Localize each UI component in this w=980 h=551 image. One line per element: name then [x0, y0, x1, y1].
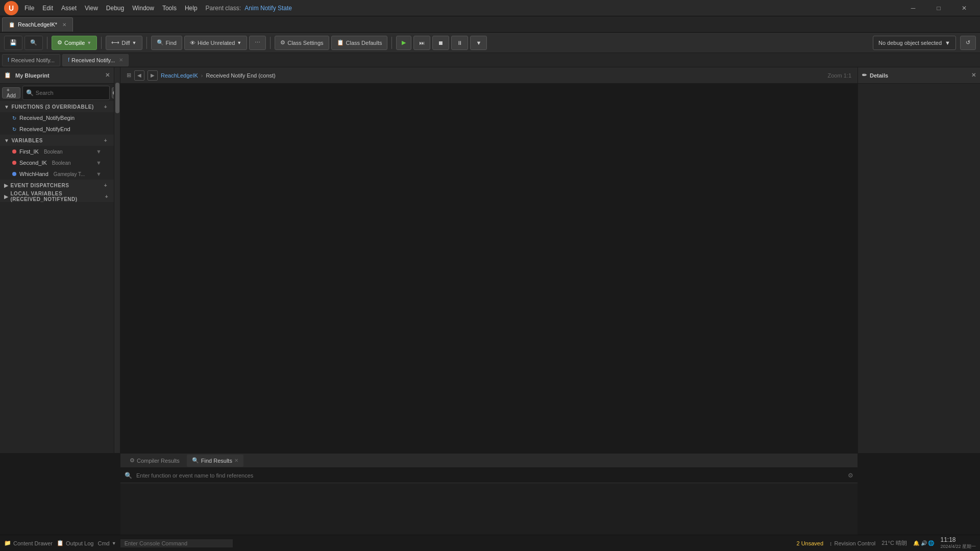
add-button[interactable]: + Add	[2, 87, 20, 98]
find-references-input[interactable]	[136, 472, 844, 479]
function-tab-received-notify-begin[interactable]: f Received Notify...	[2, 54, 60, 66]
class-defaults-button[interactable]: 📋 Class Defaults	[331, 36, 388, 50]
zoom-level: Zoom 1:1	[828, 72, 851, 79]
output-log-button[interactable]: 📋 Output Log	[57, 540, 93, 546]
find-bar-search-icon: 🔍	[125, 472, 132, 479]
menu-tools[interactable]: Tools	[162, 5, 177, 12]
add-dispatcher-button[interactable]: +	[102, 181, 110, 189]
notify-end-close-icon[interactable]: ✕	[119, 57, 123, 63]
function-tabbar: f Received Notify... f Received Notify..…	[0, 53, 980, 67]
stop-button[interactable]: ⏹	[432, 36, 449, 50]
my-blueprint-header: 📋 My Blueprint ✕	[0, 67, 114, 84]
navigate-back-button[interactable]: ◀	[134, 70, 144, 81]
second-ik-name: Second_IK	[19, 160, 47, 166]
find-results-label: Find Results	[201, 458, 232, 464]
find-results-close-icon[interactable]: ✕	[234, 458, 238, 463]
toolbar-separator-4	[270, 37, 271, 49]
my-blueprint-close-icon[interactable]: ✕	[105, 72, 110, 79]
function-received-notify-begin[interactable]: ↻ Received_NotifyBegin	[0, 112, 114, 123]
first-ik-name: First_IK	[19, 148, 39, 155]
diff-arrow: ▼	[132, 40, 137, 45]
find-settings-icon[interactable]: ⚙	[848, 472, 853, 479]
find-button[interactable]: 🔍 Find	[151, 36, 182, 50]
more-play-options-button[interactable]: ▼	[470, 36, 487, 50]
grid-icon: ⊞	[127, 72, 131, 79]
debug-refresh-button[interactable]: ↺	[960, 36, 976, 50]
revision-icon: ↕	[829, 540, 832, 546]
variable-first-ik[interactable]: First_IK Boolean ▼	[0, 146, 114, 157]
function-icon-begin: ↻	[12, 115, 16, 121]
notify-end-icon: f	[68, 57, 69, 63]
add-search-bar: + Add 🔍 ⚙	[0, 84, 114, 101]
search-input[interactable]	[36, 90, 106, 96]
minimize-button[interactable]: ─	[901, 0, 925, 16]
menu-help[interactable]: Help	[185, 5, 198, 12]
save-button[interactable]: 💾	[4, 36, 22, 50]
local-variables-collapse-icon: ▶	[4, 194, 9, 199]
unsaved-indicator: 2 Unsaved	[796, 540, 823, 546]
debug-object-selector[interactable]: No debug object selected ▼	[873, 36, 956, 50]
editor-tab-reachledgeik[interactable]: 📋 ReachLedgeIK* ✕	[2, 17, 73, 32]
details-close-button[interactable]: ✕	[971, 72, 976, 79]
cmd-input-container: Cmd ▼	[97, 540, 116, 546]
second-ik-arrow[interactable]: ▼	[96, 160, 102, 166]
class-settings-icon: ⚙	[280, 39, 285, 46]
cmd-arrow[interactable]: ▼	[112, 541, 116, 546]
window-controls[interactable]: ─ □ ✕	[901, 0, 976, 16]
content-drawer-icon: 📁	[4, 540, 11, 546]
step-button[interactable]: ⏭	[413, 36, 430, 50]
compile-button[interactable]: ⚙ Compile ▼	[52, 36, 97, 50]
status-right: 2 Unsaved ↕ Revision Control 21°C 晴朗 🔔 🔊…	[796, 536, 976, 550]
play-button[interactable]: ▶	[396, 36, 411, 50]
navigate-forward-button[interactable]: ▶	[148, 70, 158, 81]
menu-asset[interactable]: Asset	[61, 5, 77, 12]
class-settings-button[interactable]: ⚙ Class Settings	[275, 36, 329, 50]
toolbar-separator-5	[391, 37, 392, 49]
variables-section-header[interactable]: ▼ VARIABLES +	[0, 135, 114, 146]
menu-file[interactable]: File	[24, 5, 34, 12]
find-results-tab[interactable]: 🔍 Find Results ✕	[187, 455, 243, 467]
which-hand-arrow[interactable]: ▼	[96, 171, 102, 177]
which-hand-name: WhichHand	[19, 171, 48, 177]
revision-control-button[interactable]: ↕ Revision Control	[829, 540, 875, 546]
menu-view[interactable]: View	[85, 5, 98, 12]
toolbar-separator-3	[146, 37, 147, 49]
menu-window[interactable]: Window	[132, 5, 154, 12]
first-ik-arrow[interactable]: ▼	[96, 148, 102, 155]
event-dispatchers-header[interactable]: ▶ EVENT DISPATCHERS +	[0, 180, 114, 191]
menu-bar[interactable]: File Edit Asset View Debug Window Tools …	[24, 5, 198, 12]
add-variable-button[interactable]: +	[102, 136, 110, 144]
diff-button[interactable]: ⟷ Diff ▼	[106, 36, 142, 50]
close-button[interactable]: ✕	[952, 0, 976, 16]
search-container: 🔍	[22, 86, 110, 100]
editor-tabbar: 📋 ReachLedgeIK* ✕	[0, 16, 980, 33]
more-options-button[interactable]: ⋯	[249, 36, 266, 50]
add-local-variable-button[interactable]: +	[104, 192, 110, 201]
bottom-panel: ⚙ Compiler Results 🔍 Find Results ✕ 🔍 ⚙	[120, 453, 857, 535]
compile-icon: ⚙	[57, 39, 62, 46]
maximize-button[interactable]: □	[927, 0, 950, 16]
variable-which-hand[interactable]: WhichHand Gameplay T... ▼	[0, 168, 114, 180]
add-function-button[interactable]: +	[102, 103, 110, 111]
left-panel-scroll[interactable]	[114, 67, 120, 453]
functions-section-header[interactable]: ▼ FUNCTIONS (3 OVERRIDABLE) +	[0, 101, 114, 112]
pause-button[interactable]: ⏸	[451, 36, 468, 50]
app-logo: U	[4, 1, 18, 15]
function-received-notify-end[interactable]: ↻ Received_NotifyEnd	[0, 123, 114, 135]
output-log-label: Output Log	[66, 540, 93, 546]
left-scroll-thumb[interactable]	[115, 83, 119, 113]
parent-class-value[interactable]: Anim Notify State	[244, 5, 292, 12]
variable-second-ik[interactable]: Second_IK Boolean ▼	[0, 157, 114, 168]
compiler-results-tab[interactable]: ⚙ Compiler Results	[125, 455, 185, 467]
function-tab-received-notify-end[interactable]: f Received Notify... ✕	[62, 54, 129, 66]
console-command-input[interactable]	[120, 539, 233, 547]
hide-unrelated-button[interactable]: 👁 Hide Unrelated ▼	[184, 36, 247, 50]
local-variables-header[interactable]: ▶ LOCAL VARIABLES (RECEIVED_NOTIFYEND) +	[0, 191, 114, 202]
notify-end-label: Received Notify...	[71, 57, 115, 63]
tab-close-icon[interactable]: ✕	[62, 22, 66, 28]
menu-debug[interactable]: Debug	[106, 5, 124, 12]
browse-button[interactable]: 🔍	[24, 36, 43, 50]
menu-edit[interactable]: Edit	[42, 5, 53, 12]
breadcrumb-class[interactable]: ReachLedgeIK	[161, 72, 198, 79]
content-drawer-button[interactable]: 📁 Content Drawer	[4, 540, 53, 546]
